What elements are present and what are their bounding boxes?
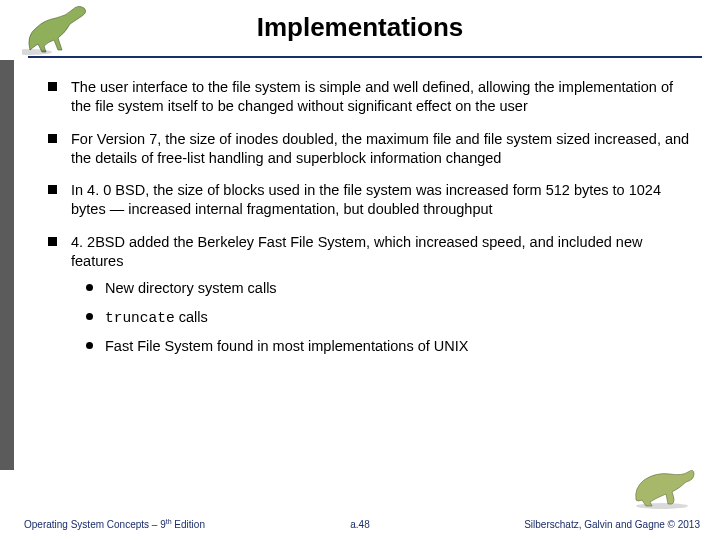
svg-point-0 [22, 49, 52, 55]
sub-bullet-list: New directory system calls truncate call… [86, 279, 690, 357]
footer-copyright: Silberschatz, Galvin and Gagne © 2013 [524, 519, 700, 530]
square-bullet-icon [48, 185, 57, 194]
left-stripe [0, 60, 14, 470]
sub-bullet-text: Fast File System found in most implement… [105, 337, 468, 356]
square-bullet-icon [48, 134, 57, 143]
square-bullet-icon [48, 82, 57, 91]
title-underline [28, 56, 702, 58]
dinosaur-crouching-icon [632, 464, 696, 510]
bullet-item: For Version 7, the size of inodes double… [48, 130, 690, 168]
footer-left-pre: Operating System Concepts – 9 [24, 519, 166, 530]
circle-bullet-icon [86, 313, 93, 320]
slide: Implementations The user interface to th… [0, 0, 720, 540]
footer-page-number: a.48 [350, 519, 369, 530]
bullet-item: 4. 2BSD added the Berkeley Fast File Sys… [48, 233, 690, 271]
bullet-text: In 4. 0 BSD, the size of blocks used in … [71, 181, 690, 219]
bullet-item: The user interface to the file system is… [48, 78, 690, 116]
svg-point-1 [636, 503, 688, 509]
bullet-text: For Version 7, the size of inodes double… [71, 130, 690, 168]
footer-left: Operating System Concepts – 9th Edition [24, 518, 205, 530]
circle-bullet-icon [86, 284, 93, 291]
sub-bullet-item: New directory system calls [86, 279, 690, 298]
square-bullet-icon [48, 237, 57, 246]
sub-bullet-item: truncate calls [86, 308, 690, 328]
slide-footer: Operating System Concepts – 9th Edition … [0, 514, 720, 532]
slide-title: Implementations [0, 12, 720, 43]
code-text: truncate [105, 310, 175, 326]
sub-bullet-text: New directory system calls [105, 279, 277, 298]
sub-bullet-text-rest: calls [175, 309, 208, 325]
slide-content: The user interface to the file system is… [48, 78, 690, 366]
circle-bullet-icon [86, 342, 93, 349]
bullet-item: In 4. 0 BSD, the size of blocks used in … [48, 181, 690, 219]
dinosaur-running-icon [22, 2, 92, 57]
sub-bullet-text: truncate calls [105, 308, 208, 328]
sub-bullet-item: Fast File System found in most implement… [86, 337, 690, 356]
slide-header: Implementations [0, 0, 720, 62]
footer-left-post: Edition [172, 519, 205, 530]
bullet-text: The user interface to the file system is… [71, 78, 690, 116]
bullet-text: 4. 2BSD added the Berkeley Fast File Sys… [71, 233, 690, 271]
